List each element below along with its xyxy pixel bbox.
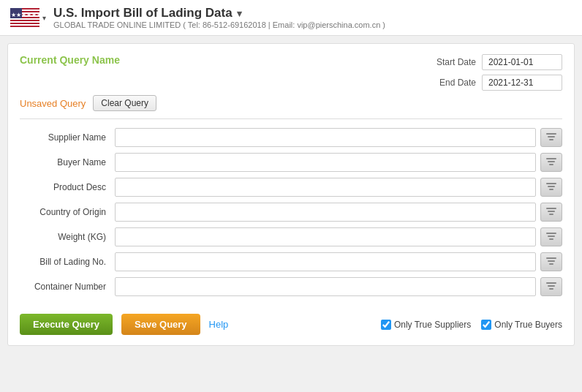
clear-query-button[interactable]: Clear Query [93,95,156,111]
date-section: Start Date End Date [436,54,562,91]
form-row-weight-kg: Weight (KG) [20,227,562,246]
container-number-label: Container Number [20,282,115,292]
svg-rect-13 [548,161,555,162]
svg-rect-25 [548,260,555,262]
svg-rect-9 [546,133,556,135]
svg-rect-23 [549,238,553,240]
country-of-origin-icon-button[interactable] [540,203,562,222]
footer-bar: Execute Query Save Query Help Only True … [20,306,562,335]
svg-rect-14 [549,164,553,165]
filter-icon-7 [545,281,557,293]
container-number-input[interactable] [115,277,536,296]
product-desc-label: Product Desc [20,182,115,192]
form-row-bill-of-lading-no: Bill of Lading No. [20,252,562,271]
bill-of-lading-no-icon-button[interactable] [540,252,562,271]
supplier-name-label: Supplier Name [20,132,115,143]
filter-icon-6 [545,256,557,268]
current-query-name-label: Current Query Name [20,54,120,66]
product-desc-icon-button[interactable] [540,178,562,197]
svg-rect-20 [549,214,553,215]
supplier-name-input[interactable] [115,128,536,147]
svg-rect-21 [546,233,556,234]
svg-rect-26 [549,263,553,265]
form-grid: Supplier Name Buyer Name [20,128,562,296]
svg-rect-28 [548,285,555,287]
main-panel: Current Query Name Start Date End Date U… [7,43,575,346]
buyer-name-icon-button[interactable] [540,153,562,172]
supplier-name-icon-button[interactable] [540,128,562,147]
end-date-row: End Date [439,75,562,91]
svg-rect-15 [546,183,556,184]
svg-text:★★★★★★: ★★★★★★ [11,12,39,18]
only-true-suppliers-label: Only True Suppliers [394,320,471,330]
filter-icon-3 [545,181,557,193]
svg-rect-5 [10,21,39,23]
form-row-product-desc: Product Desc [20,178,562,197]
start-date-input[interactable] [482,54,562,70]
only-true-suppliers-checkbox-item[interactable]: Only True Suppliers [381,320,471,330]
weight-kg-label: Weight (KG) [20,232,115,242]
only-true-suppliers-checkbox[interactable] [381,320,391,330]
bill-of-lading-no-input[interactable] [115,252,536,271]
svg-rect-11 [549,139,553,140]
form-row-container-number: Container Number [20,277,562,296]
only-true-buyers-checkbox-item[interactable]: Only True Buyers [481,320,562,330]
start-date-label: Start Date [436,57,476,67]
end-date-label: End Date [439,78,476,88]
country-of-origin-label: Country of Origin [20,207,115,217]
flag-dropdown[interactable]: ★★★★★★ ▾ [10,8,46,27]
svg-rect-4 [10,18,39,20]
svg-rect-10 [548,136,555,137]
start-date-row: Start Date [436,54,562,70]
section-divider [20,118,562,119]
buyer-name-label: Buyer Name [20,157,115,167]
svg-rect-27 [546,282,556,284]
svg-rect-17 [549,189,553,190]
filter-icon-2 [545,157,557,168]
svg-rect-6 [10,24,39,26]
svg-rect-19 [548,211,555,212]
help-button[interactable]: Help [209,319,229,330]
execute-query-button[interactable]: Execute Query [20,314,113,335]
weight-kg-icon-button[interactable] [540,227,562,246]
unsaved-query-row: Unsaved Query Clear Query [20,95,562,111]
weight-kg-input[interactable] [115,227,536,246]
svg-rect-22 [548,235,555,237]
form-row-country-of-origin: Country of Origin [20,203,562,222]
form-row-supplier-name: Supplier Name [20,128,562,147]
form-row-buyer-name: Buyer Name [20,153,562,172]
title-text: U.S. Import Bill of Lading Data [53,6,233,20]
unsaved-query-label: Unsaved Query [20,98,86,109]
svg-rect-16 [548,186,555,187]
buyer-name-input[interactable] [115,153,536,172]
flag-dropdown-arrow: ▾ [42,14,46,22]
end-date-input[interactable] [482,75,562,91]
save-query-button[interactable]: Save Query [121,314,200,335]
footer-checkboxes: Only True Suppliers Only True Buyers [381,320,562,330]
app-title: U.S. Import Bill of Lading Data ▾ [53,6,385,20]
header-title-block: U.S. Import Bill of Lading Data ▾ GLOBAL… [53,6,385,29]
only-true-buyers-label: Only True Buyers [494,320,562,330]
filter-icon-5 [545,231,557,243]
svg-rect-12 [546,158,556,159]
filter-icon-4 [545,206,557,218]
product-desc-input[interactable] [115,178,536,197]
svg-rect-29 [549,288,553,290]
us-flag-icon: ★★★★★★ [10,8,39,27]
svg-rect-18 [546,208,556,209]
country-of-origin-input[interactable] [115,203,536,222]
app-subtitle: GLOBAL TRADE ONLINE LIMITED ( Tel: 86-51… [53,20,385,29]
only-true-buyers-checkbox[interactable] [481,320,491,330]
svg-rect-24 [546,257,556,259]
filter-icon [545,132,557,143]
container-number-icon-button[interactable] [540,277,562,296]
title-dropdown-arrow[interactable]: ▾ [237,8,242,19]
bill-of-lading-no-label: Bill of Lading No. [20,257,115,267]
query-header: Current Query Name Start Date End Date [20,54,562,91]
app-header: ★★★★★★ ▾ U.S. Import Bill of Lading Data… [0,0,582,36]
